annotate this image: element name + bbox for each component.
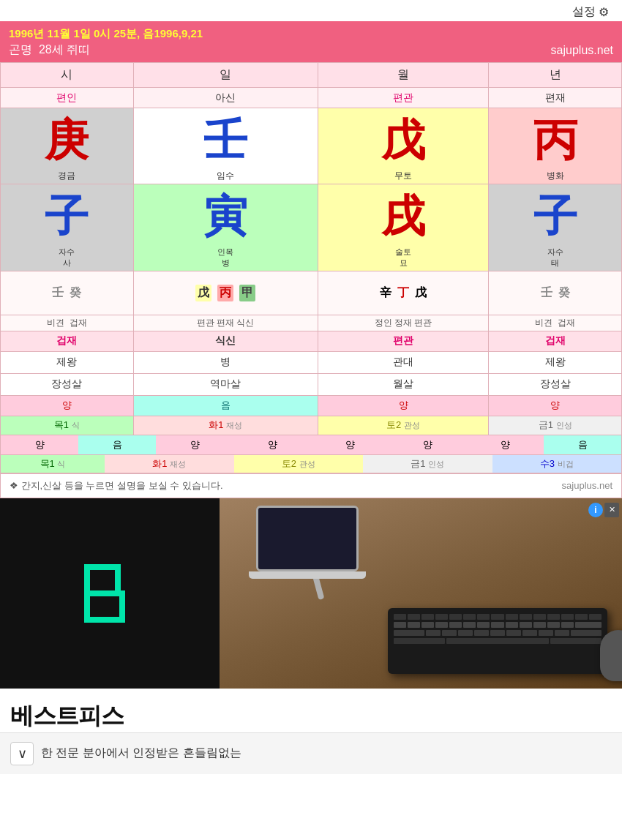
column-header-row: 시 일 월 년 xyxy=(1,63,622,88)
ad-brand-section: 베스트피스 xyxy=(0,689,622,732)
branch-row: 子 자수사 寅 인목병 戌 술토묘 子 자수태 xyxy=(1,184,622,271)
header-bar: 1996년 11월 1일 0시 25분, 음1996,9,21 곤명 28세 쥐… xyxy=(0,21,622,62)
yinyang-extended-row: 양 음 양 양 양 양 양 음 xyxy=(0,435,622,455)
hidden-il-chars[interactable]: 戊 丙 甲 xyxy=(133,271,318,315)
fe-4: 금1 인성 xyxy=(489,416,622,435)
ad-logo-area xyxy=(0,498,220,689)
hidden-nyeon-chars[interactable]: 壬 癸 xyxy=(489,271,622,315)
yye-4: 양 xyxy=(233,435,311,454)
settings-label: 설정 xyxy=(572,4,596,20)
fe-2: 화1 재성 xyxy=(133,416,318,435)
fate-label: 곤명 28세 쥐띠 xyxy=(9,42,90,58)
date-line: 1996년 11월 1일 0시 25분, 음1996,9,21 xyxy=(9,27,613,41)
yye-5: 양 xyxy=(311,435,389,454)
yy-3: 양 xyxy=(318,395,489,416)
sinsal-wol[interactable]: 월살 xyxy=(318,373,489,395)
sinsal-si[interactable]: 장성살 xyxy=(1,373,134,395)
branch-il[interactable]: 寅 인목병 xyxy=(133,184,318,271)
fe-3: 토2 관성 xyxy=(318,416,489,435)
branch-wol[interactable]: 戌 술토묘 xyxy=(318,184,489,271)
un12-nyeon[interactable]: 제왕 xyxy=(489,351,622,373)
col-wol: 월 xyxy=(318,63,489,88)
ad-photo-area xyxy=(220,498,622,689)
yye-6: 양 xyxy=(389,435,466,454)
fiveelem-extended-row: 목1 식 화1 재성 토2 관성 금1 인성 수3 비겁 xyxy=(0,455,622,473)
settings-bar: 설정 ⚙ xyxy=(0,0,622,21)
bottom-nav-text: 한 전문 분아에서 인정받은 흔들림없는 xyxy=(41,746,241,761)
hidden-stems-label-row: 비견 겁재 편관 편재 식신 정인 정재 편관 비견 겁재 xyxy=(1,315,622,331)
branch-nyeon[interactable]: 子 자수태 xyxy=(489,184,622,271)
sib-il[interactable]: 아신 xyxy=(133,88,318,108)
branch-si[interactable]: 子 자수사 xyxy=(1,184,134,271)
yy-2: 음 xyxy=(133,395,318,416)
ad-content xyxy=(0,498,622,689)
info-bar: ❖ 간지,신살 등을 누르면 설명을 보실 수 있습니다. sajuplus.n… xyxy=(0,473,622,498)
sinsal-nyeon[interactable]: 장성살 xyxy=(489,373,622,395)
sib-si[interactable]: 편인 xyxy=(1,88,134,108)
info-text: ❖ 간지,신살 등을 누르면 설명을 보실 수 있습니다. xyxy=(10,479,223,492)
ad-logo-svg xyxy=(70,553,150,634)
age-text: 28세 쥐띠 xyxy=(39,43,90,56)
un12-row: 제왕 병 관대 제왕 xyxy=(1,351,622,373)
yye-3: 양 xyxy=(156,435,233,454)
sib2-si[interactable]: 겁재 xyxy=(1,331,134,351)
fee-5: 수3 비겁 xyxy=(492,455,622,473)
sinsal-row: 장성살 역마살 월살 장성살 xyxy=(1,373,622,395)
yye-8: 음 xyxy=(544,435,621,454)
laptop-stand-visual xyxy=(241,506,381,623)
yye-7: 양 xyxy=(466,435,544,454)
ad-container: i ✕ xyxy=(0,498,622,689)
stem-row: 庚경금 壬임수 戊무토 丙병화 xyxy=(1,108,622,184)
ad-close-button[interactable]: ✕ xyxy=(604,503,619,517)
stem-il[interactable]: 壬임수 xyxy=(133,108,318,184)
hidden-stems-char-row: 壬 癸 戊 丙 甲 辛 丁 戊 壬 癸 xyxy=(1,271,622,315)
fee-3: 토2 관성 xyxy=(234,455,364,473)
hidden-si-chars[interactable]: 壬 癸 xyxy=(1,271,134,315)
bottom-nav-bar: ∨ 한 전문 분아에서 인정받은 흔들림없는 xyxy=(0,732,622,774)
yy-1: 양 xyxy=(1,395,134,416)
sibseong2-row: 겁재 식신 편관 겁재 xyxy=(1,331,622,351)
fate-text: 곤명 xyxy=(9,43,32,56)
un12-wol[interactable]: 관대 xyxy=(318,351,489,373)
yye-1: 양 xyxy=(1,435,78,454)
fee-2: 화1 재성 xyxy=(105,455,234,473)
fe-1: 목1 식 xyxy=(1,416,134,435)
fee-1: 목1 식 xyxy=(1,455,105,473)
sib2-il[interactable]: 식신 xyxy=(133,331,318,351)
hidden-wol-labels: 정인 정재 편관 xyxy=(318,315,489,331)
stem-wol[interactable]: 戊무토 xyxy=(318,108,489,184)
site-label: sajuplus.net xyxy=(551,44,613,57)
yinyang-row: 양 음 양 양 xyxy=(1,395,622,416)
fee-4: 금1 인성 xyxy=(363,455,492,473)
svg-rect-4 xyxy=(84,617,124,623)
sib-nyeon[interactable]: 편재 xyxy=(489,88,622,108)
saju-table: 시 일 월 년 편인 아신 편관 편재 庚경금 壬임수 戊무토 丙병화 子 자수… xyxy=(0,62,622,435)
sib2-nyeon[interactable]: 겁재 xyxy=(489,331,622,351)
hidden-si-labels: 비견 겁재 xyxy=(1,315,134,331)
info-site: sajuplus.net xyxy=(562,480,612,491)
hidden-il-labels: 편관 편재 식신 xyxy=(133,315,318,331)
svg-rect-5 xyxy=(119,590,125,623)
sinsal-il[interactable]: 역마살 xyxy=(133,373,318,395)
hidden-nyeon-labels: 비견 겁재 xyxy=(489,315,622,331)
keyboard-visual xyxy=(388,608,615,674)
sibseong-top-row: 편인 아신 편관 편재 xyxy=(1,88,622,108)
ad-info-button[interactable]: i xyxy=(588,503,603,517)
un12-il[interactable]: 병 xyxy=(133,351,318,373)
fiveelem-row: 목1 식 화1 재성 토2 관성 금1 인성 xyxy=(1,416,622,435)
stem-nyeon[interactable]: 丙병화 xyxy=(489,108,622,184)
ad-brand-title: 베스트피스 xyxy=(10,700,612,732)
stem-si[interactable]: 庚경금 xyxy=(1,108,134,184)
col-si: 시 xyxy=(1,63,134,88)
un12-si[interactable]: 제왕 xyxy=(1,351,134,373)
yye-2: 음 xyxy=(78,435,156,454)
yy-4: 양 xyxy=(489,395,622,416)
sib-wol[interactable]: 편관 xyxy=(318,88,489,108)
hidden-wol-chars[interactable]: 辛 丁 戊 xyxy=(318,271,489,315)
sib2-wol[interactable]: 편관 xyxy=(318,331,489,351)
svg-rect-2 xyxy=(84,590,117,596)
bottom-nav-down-button[interactable]: ∨ xyxy=(10,742,34,765)
col-il: 일 xyxy=(133,63,318,88)
col-nyeon: 년 xyxy=(489,63,622,88)
settings-icon[interactable]: ⚙ xyxy=(599,5,609,19)
